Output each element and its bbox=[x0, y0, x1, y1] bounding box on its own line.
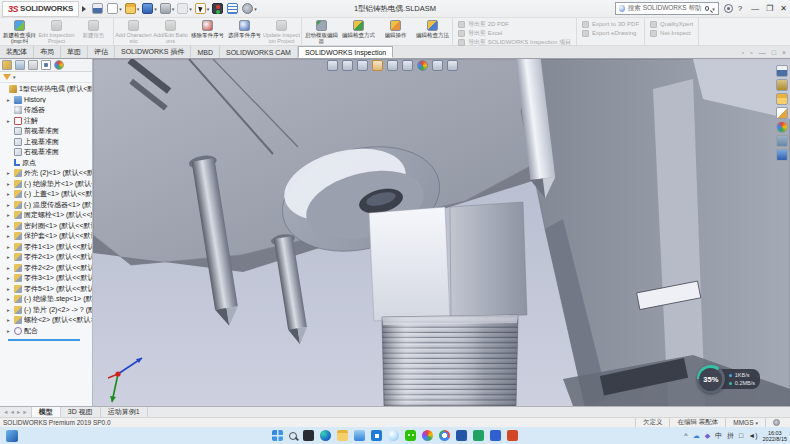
chrome-icon[interactable] bbox=[439, 430, 450, 441]
expand-arrow-icon[interactable]: ▸ bbox=[7, 202, 12, 208]
search-icon[interactable] bbox=[289, 432, 297, 440]
configurationmanager-tab-icon[interactable] bbox=[28, 60, 38, 70]
grid-icon[interactable] bbox=[227, 3, 239, 14]
section-view-icon[interactable] bbox=[357, 60, 368, 71]
new-document-icon[interactable]: ▾ bbox=[107, 3, 122, 14]
ribbon-export-button[interactable]: Export eDrawing bbox=[582, 29, 639, 37]
tree-item[interactable]: ▸ (-) 绝缘垫.step<1> (默认<<默认 bbox=[0, 294, 92, 305]
ribbon-button[interactable]: 启动模板编辑器 bbox=[303, 18, 340, 45]
expand-arrow-icon[interactable]: ▸ bbox=[7, 254, 12, 260]
expand-arrow-icon[interactable]: ▸ bbox=[7, 181, 12, 187]
doc-pane2-icon[interactable]: ▫ bbox=[750, 49, 752, 443]
command-tab[interactable]: SOLIDWORKS Inspection bbox=[298, 46, 393, 58]
propertymanager-tab-icon[interactable] bbox=[15, 60, 25, 70]
tree-item[interactable]: ▸ 零件2<2> (默认<<默认>_显示状 bbox=[0, 263, 92, 274]
tree-item[interactable]: ▸ (-) 垫片 (2)<2> -> ? (默认<<默认> bbox=[0, 305, 92, 316]
zoom-area-icon[interactable] bbox=[342, 60, 353, 71]
options-icon[interactable]: ▾ bbox=[242, 3, 257, 14]
edit-appearance-icon[interactable] bbox=[417, 60, 428, 71]
graphics-area[interactable]: 35% 1KB/s 0.2MB/s bbox=[93, 59, 790, 406]
ribbon-export-button[interactable]: 导出至 2D PDF bbox=[458, 20, 571, 28]
command-tab[interactable]: MBD bbox=[191, 46, 220, 58]
weather-icon[interactable] bbox=[388, 430, 399, 441]
ribbon-button[interactable]: Edit Inspection Project bbox=[38, 18, 75, 45]
menu-flyout-arrow-icon[interactable] bbox=[82, 6, 86, 12]
tree-item[interactable]: 前视基准面 bbox=[0, 126, 92, 137]
undo-icon[interactable]: ▾ bbox=[177, 3, 192, 14]
tree-item[interactable]: ▸ 零件1<1> (默认<<默认>_显示状态 bbox=[0, 242, 92, 253]
tree-root-item[interactable]: 1型铝铸热电偶 (默认<默认_显示状态-1> bbox=[0, 84, 92, 95]
traffic-light-icon[interactable] bbox=[212, 3, 224, 14]
tree-item[interactable]: ▸ (-) 温度传感器<1> (默认<<默认>_ bbox=[0, 200, 92, 211]
ribbon-quality-button[interactable]: QualityXpert bbox=[650, 20, 693, 28]
hide-show-items-icon[interactable] bbox=[402, 60, 413, 71]
tree-filter[interactable]: ▾ bbox=[0, 72, 92, 83]
tree-item[interactable]: ▸ 零件2<1> (默认<<默认>_显示状 bbox=[0, 252, 92, 263]
start-button[interactable] bbox=[272, 430, 283, 441]
tree-item[interactable]: ▸ (-) 上盖<1> (默认<<默认>_显示状 bbox=[0, 189, 92, 200]
expand-arrow-icon[interactable]: ▸ bbox=[7, 97, 12, 103]
expand-arrow-icon[interactable]: ▸ bbox=[7, 265, 12, 271]
expand-arrow-icon[interactable]: ▸ bbox=[7, 296, 12, 302]
ribbon-export-button[interactable]: 导出至 SOLIDWORKS Inspection 项目 bbox=[458, 38, 571, 46]
tree-item[interactable]: ▸ History bbox=[0, 95, 92, 106]
restore-button[interactable]: ❐ bbox=[766, 4, 773, 13]
browser-color-icon[interactable] bbox=[422, 430, 433, 441]
ribbon-button[interactable]: 编辑操作 bbox=[377, 18, 414, 45]
tree-item[interactable]: ▸ (-) 绝缘垫片<1> (默认<<默认>_显 bbox=[0, 179, 92, 190]
tree-item[interactable]: ▸ 密封圈<1> (默认<<默认>_显示状 bbox=[0, 221, 92, 232]
wps-ppt-icon[interactable] bbox=[507, 430, 518, 441]
onedrive-icon[interactable]: ☁ bbox=[693, 432, 700, 439]
filter-caret-icon[interactable]: ▾ bbox=[13, 74, 16, 80]
tree-item[interactable]: ▸ 注解 bbox=[0, 116, 92, 127]
tree-item[interactable]: 传感器 bbox=[0, 105, 92, 116]
expand-arrow-icon[interactable]: ▸ bbox=[7, 191, 12, 197]
ribbon-quality-button[interactable]: Net-Inspect bbox=[650, 29, 693, 37]
store-icon[interactable] bbox=[371, 430, 382, 441]
displaymanager-tab-icon[interactable] bbox=[54, 60, 64, 70]
tree-item[interactable]: 上视基准面 bbox=[0, 137, 92, 148]
ribbon-button[interactable]: 编辑检查方法 bbox=[414, 18, 451, 45]
tree-item[interactable]: ▸ 外壳 (2)<1> (默认<<默认>_显示状 bbox=[0, 168, 92, 179]
command-tab[interactable]: SOLIDWORKS CAM bbox=[220, 46, 298, 58]
ribbon-button[interactable]: Update Inspection Project bbox=[263, 18, 300, 45]
tree-item[interactable]: ▸ 配合 bbox=[0, 326, 92, 337]
print-icon[interactable]: ▾ bbox=[160, 3, 175, 14]
green-app-icon[interactable] bbox=[473, 430, 484, 441]
ribbon-button[interactable]: Add Characteristic bbox=[115, 18, 152, 45]
login-icon[interactable] bbox=[724, 4, 733, 13]
ribbon-button[interactable]: 编辑检查方式 bbox=[340, 18, 377, 45]
ribbon-button[interactable]: 新建检查项目 (imp:纠 bbox=[1, 18, 38, 45]
notes-app-icon[interactable] bbox=[456, 430, 467, 441]
ribbon-button[interactable]: 新建报告 bbox=[75, 18, 112, 45]
search-scope-icon[interactable] bbox=[619, 5, 625, 12]
expand-arrow-icon[interactable]: ▸ bbox=[7, 317, 12, 323]
tree-item[interactable]: ▸ 保护套<1> (默认<<默认>_显示状 bbox=[0, 231, 92, 242]
tree-item[interactable]: ▸ 螺栓<2> (默认<<默认>_显示状态 bbox=[0, 315, 92, 326]
tree-item[interactable]: ▸ 零件5<1> (默认<<默认>_显示状 bbox=[0, 284, 92, 295]
expand-arrow-icon[interactable]: ▸ bbox=[7, 275, 12, 281]
command-tab[interactable]: 装配体 bbox=[0, 46, 34, 58]
minimize-button[interactable]: — bbox=[751, 4, 759, 13]
expand-arrow-icon[interactable]: ▸ bbox=[7, 170, 12, 176]
tree-item[interactable]: ▸ 固定螺栓<1> (默认<<默认>_显示 bbox=[0, 210, 92, 221]
doc-restore-icon[interactable]: □ bbox=[772, 49, 776, 443]
expand-arrow-icon[interactable]: ▸ bbox=[7, 223, 12, 229]
search-input[interactable]: 搜索 SOLIDWORKS 帮助 ▾ bbox=[615, 2, 719, 15]
doc-close-icon[interactable]: × bbox=[782, 49, 786, 443]
tray-chevron-icon[interactable]: ^ bbox=[684, 432, 687, 439]
select-icon[interactable]: ▾ bbox=[195, 3, 210, 14]
command-tab[interactable]: SOLIDWORKS 插件 bbox=[115, 46, 191, 58]
view-settings-icon[interactable] bbox=[447, 60, 458, 71]
doc-minimize-icon[interactable]: — bbox=[759, 49, 766, 443]
ribbon-button[interactable]: 选择零件序号 bbox=[226, 18, 263, 45]
featuremanager-tab-icon[interactable] bbox=[2, 60, 12, 70]
zoom-fit-icon[interactable] bbox=[327, 60, 338, 71]
tree-item[interactable]: 右视基准面 bbox=[0, 147, 92, 158]
mail-icon[interactable] bbox=[354, 430, 365, 441]
save-icon[interactable]: ▾ bbox=[142, 3, 157, 14]
expand-arrow-icon[interactable]: ▸ bbox=[7, 286, 12, 292]
expand-arrow-icon[interactable]: ▸ bbox=[7, 233, 12, 239]
apply-scene-icon[interactable] bbox=[432, 60, 443, 71]
close-button[interactable]: ✕ bbox=[780, 4, 787, 13]
